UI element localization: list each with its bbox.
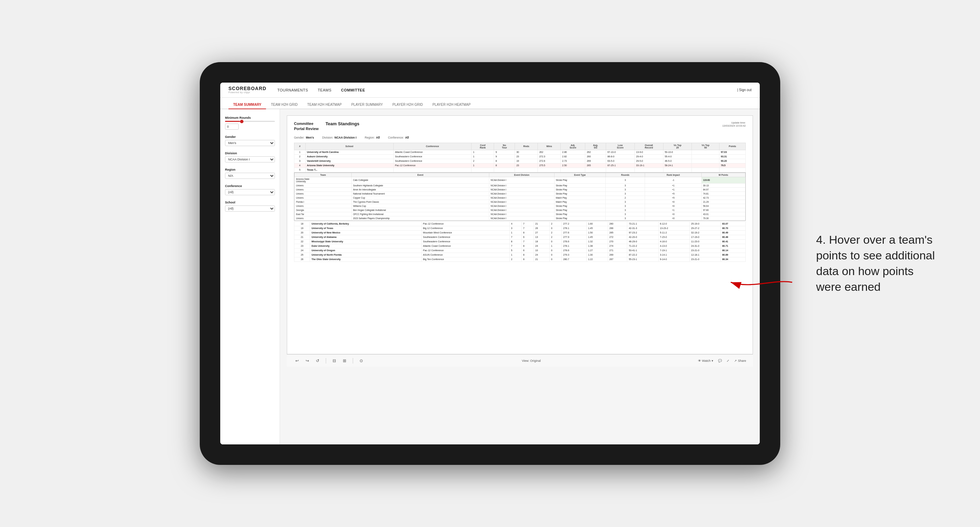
undo-icon[interactable]: ↩ xyxy=(294,357,301,364)
table-row[interactable]: 23 Duke University Atlantic Coast Confer… xyxy=(294,244,746,248)
annotation-arrow xyxy=(724,268,799,296)
division-section: Division NCAA Division I xyxy=(225,152,275,162)
update-time: Update time: 13/03/2024 10:03:42 xyxy=(722,121,746,127)
sidebar: Minimum Rounds Gender Men's xyxy=(220,109,280,444)
table-row[interactable]: 3 Vanderbilt University Southeastern Con… xyxy=(294,159,746,163)
col-vs50: Vs Top50 xyxy=(692,143,719,150)
table-row[interactable]: 22 Mississippi State University Southeas… xyxy=(294,239,746,244)
annotation-text: 4. Hover over a team's points to see add… xyxy=(816,232,939,295)
nav-links: TOURNAMENTS TEAMS COMMITTEE xyxy=(277,88,726,92)
col-points: Points xyxy=(719,143,746,150)
table-row[interactable]: 20 University of New Mexico Mountain Wes… xyxy=(294,230,746,235)
col-rnds: Rnds xyxy=(515,143,538,150)
col-low-score: LowScore xyxy=(606,143,635,150)
share-icon: ↗ xyxy=(734,359,737,362)
main-content: Minimum Rounds Gender Men's xyxy=(220,109,760,444)
filter-gender: Gender: Men's xyxy=(294,136,314,139)
col-conference: Conference xyxy=(393,143,472,150)
tooltip-col-event: Event xyxy=(352,173,489,177)
lower-standings-table: 18 University of California, Berkeley Pa… xyxy=(294,222,746,262)
toolbar-center: View: Original xyxy=(522,359,541,362)
tooltip-row: Univers 2023 Sahalee Players Championshi… xyxy=(295,216,745,220)
region-select[interactable]: N/A xyxy=(225,173,275,179)
settings-icon[interactable]: ⊙ xyxy=(358,357,365,364)
toolbar-left: ↩ ↪ ↺ ⊟ ⊞ ⊙ xyxy=(294,357,365,364)
tooltip-row: Univers National Invitational Tournament… xyxy=(295,192,745,195)
tab-team-h2h-grid[interactable]: TEAM H2H GRID xyxy=(266,101,302,109)
tooltip-row: East Tar OFCC Fighting Illini Invitation… xyxy=(295,212,745,216)
tab-player-h2h-grid[interactable]: PLAYER H2H GRID xyxy=(388,101,428,109)
annotation-container: 4. Hover over a team's points to see add… xyxy=(816,232,939,295)
col-vs25: Vs Top25 xyxy=(663,143,692,150)
divider xyxy=(353,358,353,364)
bottom-toolbar: ↩ ↪ ↺ ⊟ ⊞ ⊙ View: Original 👁 xyxy=(287,354,753,367)
table-row[interactable]: 2 Auburn University Southeastern Confere… xyxy=(294,154,746,159)
gender-select[interactable]: Men's xyxy=(225,140,275,146)
tab-player-summary[interactable]: PLAYER SUMMARY xyxy=(347,101,388,109)
table-row[interactable]: 5 Texas T... xyxy=(294,168,746,172)
filter-conference: Conference: All xyxy=(388,136,409,139)
filter-region: Region: All xyxy=(365,136,380,139)
nav-teams[interactable]: TEAMS xyxy=(318,88,331,92)
toolbar-right: 👁 Watch ▾ 💬 ⤢ ↗ Share xyxy=(698,359,746,362)
tooltip-overlay: Team Event Event Division Event Type Rou… xyxy=(294,172,746,221)
tab-team-h2h-heatmap[interactable]: TEAM H2H HEATMAP xyxy=(302,101,347,109)
col-overall: OverallRecord xyxy=(635,143,663,150)
table-row-highlighted[interactable]: 4 Arizona State University Pac-12 Confer… xyxy=(294,163,746,168)
standings-title: Team Standings xyxy=(318,121,722,126)
tab-player-h2h-heatmap[interactable]: PLAYER H2H HEATMAP xyxy=(428,101,475,109)
committee-portal-title: Committee Portal Review xyxy=(294,121,318,132)
tooltip-row: Florida I The Cypress Point Classic NCAA… xyxy=(295,200,745,204)
table-row[interactable]: 21 University of Alabama Southeastern Co… xyxy=(294,235,746,239)
conference-section: Conference (All) xyxy=(225,184,275,195)
conference-select[interactable]: (All) xyxy=(225,189,275,195)
table-row[interactable]: 18 University of California, Berkeley Pa… xyxy=(294,222,746,226)
nav-committee[interactable]: COMMITTEE xyxy=(341,88,365,92)
col-rank: # xyxy=(294,143,305,150)
division-label: Division xyxy=(225,152,275,155)
col-adj-score: Adj.Score xyxy=(561,143,585,150)
watch-button[interactable]: 👁 Watch ▾ xyxy=(698,359,713,362)
rounds-slider[interactable] xyxy=(225,121,275,122)
tooltip-row: Univers Southern Highlands Collegiate NC… xyxy=(295,183,745,187)
redo-icon[interactable]: ↪ xyxy=(304,357,311,364)
tooltip-row: Georgia Ben Hogan Collegiate Invitationa… xyxy=(295,208,745,212)
sign-out-link[interactable]: | Sign out xyxy=(737,88,752,92)
table-row[interactable]: 25 University of North Florida ASUN Conf… xyxy=(294,252,746,257)
school-section: School (All) xyxy=(225,201,275,212)
table-row[interactable]: 1 University of North Carolina Atlantic … xyxy=(294,150,746,154)
tooltip-col-rank: Rank Impact xyxy=(645,173,702,177)
report-container: Committee Portal Review Team Standings U… xyxy=(287,115,753,354)
report-header: Committee Portal Review Team Standings U… xyxy=(294,121,746,132)
filters-row: Gender: Men's Division: NCAA Division I … xyxy=(294,136,746,139)
divider xyxy=(326,358,326,364)
region-section: Region N/A xyxy=(225,168,275,179)
expand-icon: ⤢ xyxy=(727,359,729,362)
expand-button[interactable]: ⤢ xyxy=(727,359,729,362)
division-select[interactable]: NCAA Division I xyxy=(225,156,275,162)
col-no-tour: NoTour xyxy=(494,143,515,150)
zoom-in-icon[interactable]: ⊞ xyxy=(341,357,348,364)
rounds-input[interactable] xyxy=(225,124,239,130)
nav-tournaments[interactable]: TOURNAMENTS xyxy=(277,88,308,92)
col-school: School xyxy=(305,143,393,150)
table-row[interactable]: 26 The Ohio State University Big Ten Con… xyxy=(294,257,746,262)
school-select[interactable]: (All) xyxy=(225,205,275,212)
table-row[interactable]: 19 University of Texas Big 12 Conference… xyxy=(294,226,746,230)
refresh-icon[interactable]: ↺ xyxy=(314,357,321,364)
col-avg-sg: Avg.SG xyxy=(585,143,606,150)
tooltip-row: Univers Amer An Intercollegiate NCAA Div… xyxy=(295,187,745,192)
table-row[interactable]: 24 University of Oregon Pac-12 Conferenc… xyxy=(294,248,746,252)
tooltip-row: Univers Copper Cup NCAA Division I Match… xyxy=(295,195,745,200)
logo-title: SCOREBOARD xyxy=(228,86,266,91)
col-conf-rank: ConfRank xyxy=(472,143,494,150)
share-button[interactable]: ↗ Share xyxy=(734,359,746,362)
tooltip-col-div: Event Division xyxy=(489,173,555,177)
logo-subtitle: Powered by clippi xyxy=(228,91,266,94)
feedback-button[interactable]: 💬 xyxy=(718,359,722,362)
tooltip-col-rounds: Rounds xyxy=(605,173,645,177)
region-label: Region xyxy=(225,168,275,171)
zoom-out-icon[interactable]: ⊟ xyxy=(331,357,338,364)
feedback-icon: 💬 xyxy=(718,359,722,362)
tab-team-summary[interactable]: TEAM SUMMARY xyxy=(228,101,266,109)
